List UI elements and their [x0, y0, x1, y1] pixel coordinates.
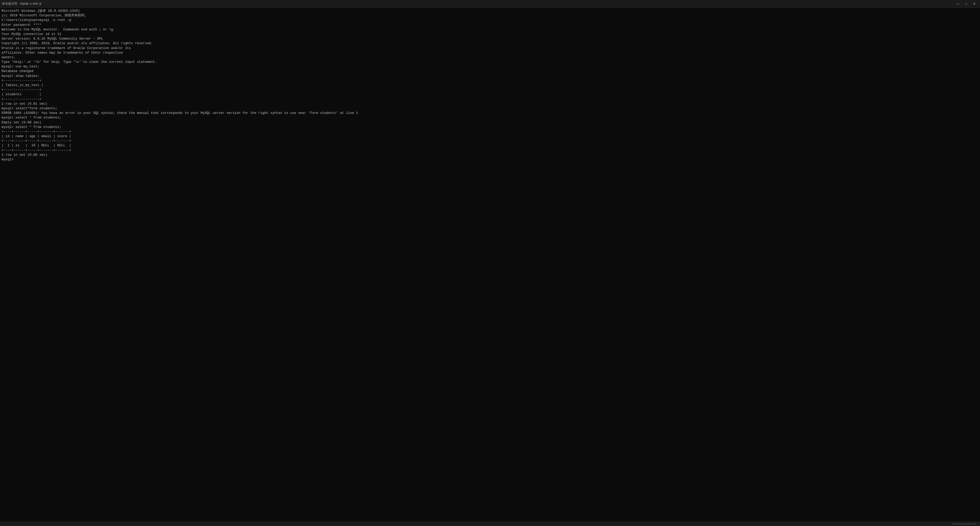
terminal-line: Type 'help;' or '\h' for help. Type '\c'…	[2, 60, 978, 64]
terminal-line: | id | name | age | email | score |	[2, 134, 978, 139]
terminal-line: Server version: 8.0.16 MySQL Community S…	[2, 37, 978, 41]
terminal-line: Database changed	[2, 69, 978, 73]
terminal-line: +----+------+-----+-------+-------+	[2, 148, 978, 153]
terminal-line: Welcome to the MySQL monitor. Commands e…	[2, 27, 978, 32]
terminal-line: | students |	[2, 92, 978, 97]
window-title: 命令提示符 - mysql -u root -p	[2, 2, 41, 6]
terminal-line: +------------------+	[2, 88, 978, 92]
terminal-line: mysql> select*form students;	[2, 106, 978, 111]
terminal-line: (c) 2019 Microsoft Corporation。保留所有权利。	[2, 13, 978, 18]
terminal-line: mysql> show tables;	[2, 74, 978, 78]
terminal-line: +------------------+	[2, 78, 978, 83]
terminal-line: | 1 | zs | 18 | NULL | NULL |	[2, 143, 978, 148]
terminal-output[interactable]: Microsoft Windows [版本 10.0.18363.1316](c…	[0, 8, 980, 521]
terminal-line: Oracle is a registered trademark of Orac…	[2, 46, 978, 51]
title-bar: 命令提示符 - mysql -u root -p — □ ✕	[0, 0, 980, 8]
terminal-line: mysql> select * from students;	[2, 125, 978, 129]
terminal-line: | Tables_in_my_test |	[2, 83, 978, 88]
terminal-line: Empty set (0.00 sec)	[2, 120, 978, 125]
close-button[interactable]: ✕	[971, 1, 978, 6]
terminal-line: mysql> use my_test;	[2, 64, 978, 69]
terminal-line: 1 row in set (0.00 sec)	[2, 153, 978, 157]
terminal-line: C:\Users\lishuyuan>mysql -u root -p	[2, 18, 978, 22]
terminal-line: Copyright (c) 2000, 2019, Oracle and/or …	[2, 41, 978, 46]
terminal-line: 1 row in set (0.01 sec)	[2, 102, 978, 106]
terminal-line: Your MySQL connection id is 11	[2, 32, 978, 37]
terminal-line: Microsoft Windows [版本 10.0.18363.1316]	[2, 9, 978, 13]
status-url: https://blog.csdn.net/...	[952, 523, 978, 525]
terminal-line: owners.	[2, 55, 978, 60]
minimize-button[interactable]: —	[955, 1, 962, 6]
terminal-line: affiliates. Other names may be trademark…	[2, 51, 978, 55]
terminal-line: mysql> select * from students;	[2, 115, 978, 120]
terminal-line: mysql>	[2, 157, 978, 162]
terminal-line: +----+------+-----+-------+-------+	[2, 139, 978, 143]
terminal-line: ERROR 1064 (42000): You have an error in…	[2, 111, 978, 115]
terminal-line: +----+------+-----+-------+-------+	[2, 129, 978, 134]
terminal-line: Enter password: ****	[2, 23, 978, 27]
terminal-window: 命令提示符 - mysql -u root -p — □ ✕ Microsoft…	[0, 0, 980, 526]
window-controls: — □ ✕	[955, 1, 978, 6]
status-bar: https://blog.csdn.net/...	[0, 521, 980, 526]
maximize-button[interactable]: □	[963, 1, 970, 6]
terminal-line: +------------------+	[2, 97, 978, 102]
